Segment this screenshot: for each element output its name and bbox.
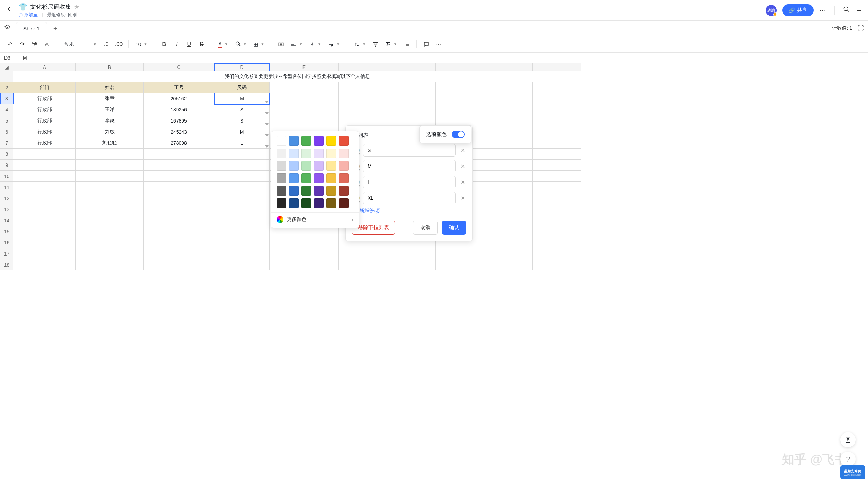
search-icon[interactable] xyxy=(843,6,850,15)
cell[interactable] xyxy=(13,237,76,248)
color-swatch[interactable] xyxy=(339,173,349,183)
color-swatch[interactable] xyxy=(339,186,349,196)
sort-button[interactable]: ▼ xyxy=(351,39,369,50)
color-swatch[interactable] xyxy=(314,198,324,208)
cell[interactable] xyxy=(339,82,387,93)
cell[interactable] xyxy=(533,115,581,126)
cell[interactable] xyxy=(484,137,533,149)
cell[interactable] xyxy=(484,115,533,126)
cell[interactable]: 行政部 xyxy=(13,104,76,115)
color-swatch[interactable] xyxy=(326,186,336,196)
cell[interactable] xyxy=(214,182,270,193)
row-header[interactable]: 17 xyxy=(0,248,13,259)
color-swatch[interactable] xyxy=(277,198,286,208)
color-swatch[interactable] xyxy=(301,186,311,196)
cell[interactable] xyxy=(533,137,581,149)
cell[interactable] xyxy=(533,193,581,204)
cell[interactable] xyxy=(13,149,76,160)
row-header[interactable]: 10 xyxy=(0,171,13,182)
col-header[interactable] xyxy=(339,63,387,71)
row-header[interactable]: 18 xyxy=(0,259,13,270)
cell[interactable] xyxy=(144,226,214,237)
comment-button[interactable] xyxy=(421,39,432,50)
cell[interactable] xyxy=(339,259,387,270)
color-swatch[interactable] xyxy=(339,136,349,146)
cell[interactable] xyxy=(76,171,144,182)
cell[interactable] xyxy=(214,171,270,182)
cell[interactable] xyxy=(484,149,533,160)
header-cell[interactable]: 部门 xyxy=(13,82,76,93)
redo-button[interactable]: ↷ xyxy=(17,39,28,50)
cell[interactable] xyxy=(76,182,144,193)
cell[interactable] xyxy=(533,259,581,270)
v-align-button[interactable]: ▼ xyxy=(307,39,324,50)
cell[interactable] xyxy=(144,171,214,182)
cell[interactable] xyxy=(533,237,581,248)
option-color-toggle[interactable] xyxy=(452,131,465,138)
col-header[interactable] xyxy=(387,63,436,71)
cell[interactable] xyxy=(533,93,581,104)
cell[interactable] xyxy=(13,171,76,182)
image-button[interactable]: ▼ xyxy=(382,39,400,50)
list-button[interactable] xyxy=(401,39,412,50)
cell[interactable] xyxy=(76,226,144,237)
cell[interactable] xyxy=(214,193,270,204)
cell[interactable] xyxy=(270,248,339,259)
cell[interactable] xyxy=(144,248,214,259)
row-header[interactable]: 15 xyxy=(0,226,13,237)
cell[interactable]: 205162 xyxy=(144,93,214,104)
cell[interactable]: 刘敏 xyxy=(76,126,144,137)
cell[interactable] xyxy=(270,259,339,270)
row-header[interactable]: 3 xyxy=(0,93,13,104)
col-header-d[interactable]: D xyxy=(214,63,270,71)
header-cell[interactable]: 尺码 xyxy=(214,82,270,93)
cell[interactable] xyxy=(533,226,581,237)
color-swatch[interactable] xyxy=(339,149,349,158)
row-header[interactable]: 16 xyxy=(0,237,13,248)
cell[interactable] xyxy=(533,82,581,93)
cell[interactable] xyxy=(484,237,533,248)
cell[interactable]: 行政部 xyxy=(13,137,76,149)
increase-decimal-button[interactable]: .00 xyxy=(113,39,124,50)
cell[interactable] xyxy=(436,248,484,259)
color-swatch[interactable] xyxy=(314,149,324,158)
bold-button[interactable]: B xyxy=(159,39,170,50)
add-option-button[interactable]: ＋ 新增选项 xyxy=(352,208,466,214)
color-swatch[interactable] xyxy=(339,161,349,171)
cell[interactable] xyxy=(76,259,144,270)
cell[interactable] xyxy=(214,160,270,171)
color-swatch[interactable] xyxy=(326,173,336,183)
banner-cell[interactable]: 我们的文化衫又要更新啦～希望各位同学按照要求填写以下个人信息 xyxy=(13,71,581,82)
cell[interactable] xyxy=(13,226,76,237)
cell[interactable] xyxy=(144,237,214,248)
delete-option-button[interactable]: ✕ xyxy=(459,179,466,186)
layers-icon[interactable] xyxy=(4,24,10,32)
color-swatch[interactable] xyxy=(339,198,349,208)
dropdown-arrow-icon[interactable] xyxy=(265,101,269,103)
tab-sheet1[interactable]: Sheet1 xyxy=(16,22,47,35)
cell[interactable] xyxy=(484,93,533,104)
color-swatch[interactable] xyxy=(301,149,311,158)
cell[interactable] xyxy=(144,160,214,171)
row-header[interactable]: 9 xyxy=(0,160,13,171)
add-sheet-button[interactable]: ＋ xyxy=(52,24,59,33)
cell[interactable] xyxy=(214,149,270,160)
star-icon[interactable]: ★ xyxy=(74,3,80,11)
cell[interactable]: 278098 xyxy=(144,137,214,149)
cell[interactable] xyxy=(144,259,214,270)
row-header[interactable]: 8 xyxy=(0,149,13,160)
more-toolbar-icon[interactable]: ⋯ xyxy=(433,39,444,50)
col-header[interactable] xyxy=(533,63,581,71)
row-header[interactable]: 5 xyxy=(0,115,13,126)
cell[interactable] xyxy=(484,248,533,259)
cell[interactable] xyxy=(436,115,484,126)
cell[interactable] xyxy=(387,104,436,115)
cell[interactable] xyxy=(387,93,436,104)
undo-button[interactable]: ↶ xyxy=(4,39,15,50)
add-to-button[interactable]: ▢ 添加至 xyxy=(19,12,38,18)
color-swatch[interactable] xyxy=(289,186,299,196)
cell[interactable]: M xyxy=(214,93,270,104)
help-fab[interactable]: ? xyxy=(840,452,856,467)
cell[interactable] xyxy=(214,237,270,248)
color-swatch[interactable] xyxy=(326,198,336,208)
